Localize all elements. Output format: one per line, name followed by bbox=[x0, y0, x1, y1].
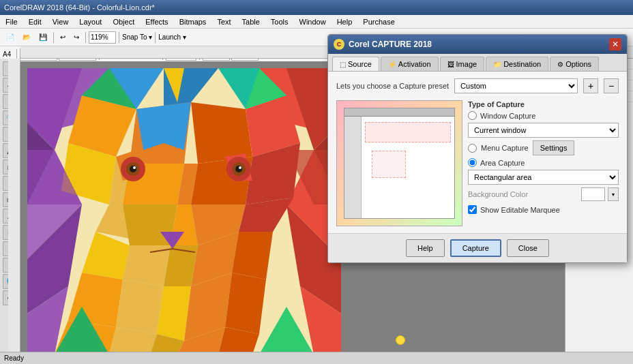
marquee-label: Show Editable Marquee bbox=[480, 206, 560, 214]
launch-label: Launch ▾ bbox=[158, 33, 186, 41]
menu-table[interactable]: Table bbox=[239, 16, 263, 27]
ruler-vertical bbox=[8, 59, 20, 364]
svg-marker-50 bbox=[225, 273, 266, 334]
dtab-options[interactable]: ⚙ Options bbox=[550, 57, 599, 71]
dtab-destination-label: Destination bbox=[503, 60, 541, 68]
menu-layout[interactable]: Layout bbox=[76, 16, 104, 27]
menu-tools[interactable]: Tools bbox=[268, 16, 291, 27]
menu-object[interactable]: Object bbox=[110, 16, 137, 27]
options-icon: ⚙ bbox=[557, 61, 563, 68]
color-dropdown-arrow[interactable]: ▾ bbox=[608, 187, 619, 201]
window-capture-row: Window Capture bbox=[468, 111, 619, 120]
preview-toolbar-sim bbox=[344, 108, 454, 117]
undo-btn[interactable]: ↩ bbox=[57, 31, 69, 44]
dialog-close-button[interactable]: ✕ bbox=[609, 38, 621, 50]
dialog-titlebar: C Corel CAPTURE 2018 ✕ bbox=[328, 35, 627, 54]
current-window-select[interactable]: Current window bbox=[468, 123, 619, 138]
sep3 bbox=[119, 32, 119, 43]
menu-edit[interactable]: Edit bbox=[26, 16, 44, 27]
preview-inner bbox=[337, 101, 462, 226]
dtab-options-label: Options bbox=[565, 60, 591, 68]
svg-point-34 bbox=[130, 166, 136, 172]
capture-button[interactable]: Capture bbox=[450, 239, 501, 257]
activation-icon: ⚡ bbox=[388, 61, 396, 68]
dtab-source[interactable]: ⬚ Source bbox=[332, 57, 379, 71]
svg-marker-47 bbox=[116, 279, 164, 334]
dtab-image-label: Image bbox=[456, 60, 477, 68]
preview-window-sim bbox=[344, 108, 455, 219]
area-capture-label: Area Capture bbox=[480, 159, 525, 167]
background-color-label: Background Color bbox=[468, 190, 578, 198]
menu-text[interactable]: Text bbox=[214, 16, 233, 27]
preview-box1 bbox=[365, 122, 451, 142]
background-color-row: Background Color ▾ bbox=[468, 187, 619, 201]
menu-help[interactable]: Help bbox=[334, 16, 355, 27]
dtab-activation-label: Activation bbox=[398, 60, 431, 68]
sep4 bbox=[155, 32, 156, 43]
dtab-activation[interactable]: ⚡ Activation bbox=[381, 57, 439, 71]
menu-effects[interactable]: Effects bbox=[143, 16, 171, 27]
menu-capture-label: Menu Capture bbox=[481, 144, 529, 152]
capture-dialog: C Corel CAPTURE 2018 ✕ ⬚ Source ⚡ Activa… bbox=[327, 34, 628, 263]
image-icon: 🖼 bbox=[447, 61, 454, 68]
svg-marker-45 bbox=[232, 232, 273, 279]
dtab-image[interactable]: 🖼 Image bbox=[440, 57, 485, 71]
menu-view[interactable]: View bbox=[50, 16, 72, 27]
snap-label: Snap To ▾ bbox=[122, 33, 152, 41]
panel-area: Type of Capture Window Capture Current w… bbox=[336, 100, 619, 226]
type-section: Type of Capture Window Capture Current w… bbox=[468, 100, 619, 214]
redo-btn[interactable]: ↪ bbox=[70, 31, 83, 44]
menu-window[interactable]: Window bbox=[297, 16, 329, 27]
area-capture-radio[interactable] bbox=[468, 158, 477, 167]
area-type-select[interactable]: Rectangular area bbox=[468, 170, 619, 185]
sep1 bbox=[53, 32, 54, 43]
save-btn[interactable]: 💾 bbox=[35, 31, 50, 44]
preview-content-sim bbox=[344, 117, 454, 218]
color-swatch[interactable] bbox=[581, 187, 605, 201]
lion-artwork bbox=[27, 68, 341, 354]
title-bar: CorelDRAW 2018 (64-Bit) - Colorful-Lion.… bbox=[0, 0, 633, 15]
preset-add-button[interactable]: + bbox=[583, 78, 598, 93]
window-capture-radio[interactable] bbox=[468, 111, 477, 120]
menu-bitmaps[interactable]: Bitmaps bbox=[177, 16, 209, 27]
window-capture-label: Window Capture bbox=[480, 112, 535, 120]
dtab-destination[interactable]: 📁 Destination bbox=[486, 57, 548, 71]
svg-point-35 bbox=[133, 166, 136, 169]
preset-row: Lets you choose a Capture preset Custom … bbox=[336, 78, 619, 93]
settings-button[interactable]: Settings bbox=[533, 140, 575, 155]
menu-purchase[interactable]: Purchase bbox=[360, 16, 397, 27]
status-bar: Ready bbox=[0, 352, 633, 364]
right-controls: Type of Capture Window Capture Current w… bbox=[468, 100, 619, 226]
preset-label: Lets you choose a Capture preset bbox=[336, 82, 449, 90]
type-section-title: Type of Capture bbox=[468, 100, 619, 108]
menu-capture-radio[interactable] bbox=[468, 144, 477, 153]
svg-marker-53 bbox=[136, 102, 191, 150]
dialog-tab-bar: ⬚ Source ⚡ Activation 🖼 Image 📁 Destinat… bbox=[328, 54, 627, 72]
page-label: A4 bbox=[3, 50, 11, 58]
status-text: Ready bbox=[4, 354, 24, 362]
corel-icon: C bbox=[334, 39, 344, 50]
help-button[interactable]: Help bbox=[406, 239, 445, 257]
new-btn[interactable]: 📄 bbox=[3, 31, 18, 44]
marquee-checkbox[interactable] bbox=[468, 205, 477, 214]
dialog-footer: Help Capture Close bbox=[328, 233, 627, 262]
area-capture-row: Area Capture bbox=[468, 158, 619, 167]
svg-marker-42 bbox=[123, 245, 171, 286]
menu-file[interactable]: File bbox=[3, 16, 20, 27]
preset-select[interactable]: Custom bbox=[454, 78, 578, 93]
dialog-content: Lets you choose a Capture preset Custom … bbox=[328, 72, 627, 233]
sep2 bbox=[85, 32, 86, 43]
destination-icon: 📁 bbox=[493, 61, 501, 68]
preview-sidebar-sim bbox=[344, 117, 362, 218]
svg-point-40 bbox=[239, 166, 241, 169]
source-icon: ⬚ bbox=[340, 61, 346, 68]
zoom-input[interactable] bbox=[89, 31, 116, 44]
app-title: CorelDRAW 2018 (64-Bit) - Colorful-Lion.… bbox=[4, 3, 155, 12]
preset-remove-button[interactable]: − bbox=[604, 78, 619, 93]
open-btn[interactable]: 📂 bbox=[19, 31, 34, 44]
menu-bar: File Edit View Layout Object Effects Bit… bbox=[0, 15, 633, 29]
close-button[interactable]: Close bbox=[507, 239, 549, 257]
dtab-source-label: Source bbox=[348, 60, 372, 68]
capture-preview bbox=[336, 100, 462, 226]
yellow-indicator bbox=[396, 335, 405, 345]
